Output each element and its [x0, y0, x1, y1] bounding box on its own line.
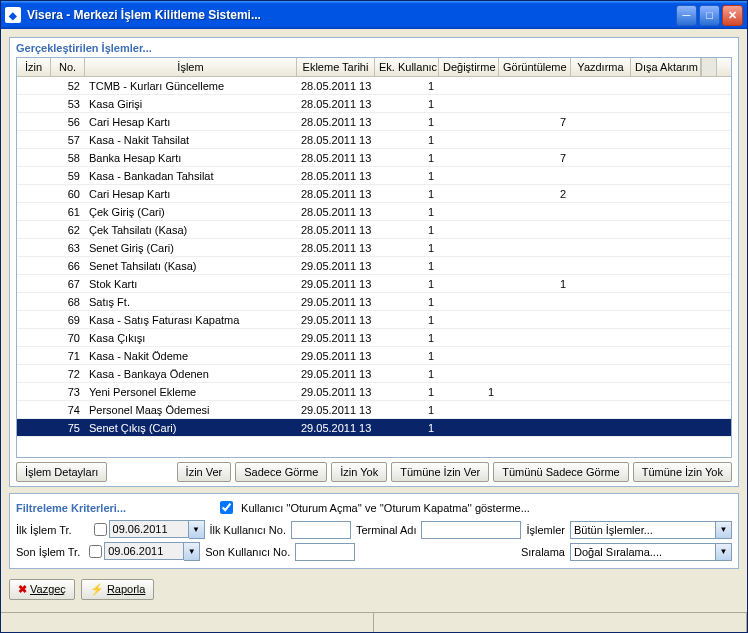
- app-icon: ◆: [5, 7, 21, 23]
- col-header-deg[interactable]: Değiştirme: [439, 58, 499, 76]
- table-row[interactable]: 71Kasa - Nakit Ödeme29.05.2011 131: [17, 347, 731, 365]
- table-row[interactable]: 57Kasa - Nakit Tahsilat28.05.2011 131: [17, 131, 731, 149]
- table-row[interactable]: 70Kasa Çıkışı29.05.2011 131: [17, 329, 731, 347]
- table-row[interactable]: 63Senet Giriş (Cari)28.05.2011 131: [17, 239, 731, 257]
- table-row[interactable]: 74Personel Maaş Ödemesi29.05.2011 131: [17, 401, 731, 419]
- maximize-button[interactable]: □: [699, 5, 720, 26]
- table-row[interactable]: 61Çek Giriş (Cari)28.05.2011 131: [17, 203, 731, 221]
- last-date-dropdown[interactable]: ▼: [184, 542, 200, 561]
- last-date-check[interactable]: [89, 545, 102, 558]
- hide-login-checkbox[interactable]: [220, 501, 233, 514]
- col-header-islem[interactable]: İşlem: [85, 58, 297, 76]
- siralama-dropdown[interactable]: ▼: [716, 543, 732, 561]
- deny-button[interactable]: İzin Yok: [331, 462, 387, 482]
- last-user-input[interactable]: [295, 543, 355, 561]
- last-user-label: Son Kullanıcı No.: [205, 546, 290, 558]
- view-only-button[interactable]: Sadece Görme: [235, 462, 327, 482]
- titlebar: ◆ Visera - Merkezi İşlem Kilitleme Siste…: [1, 1, 747, 29]
- table-row[interactable]: 72Kasa - Bankaya Ödenen29.05.2011 131: [17, 365, 731, 383]
- table-row[interactable]: 69Kasa - Satış Faturası Kapatma29.05.201…: [17, 311, 731, 329]
- filter-title: Filtreleme Kriterleri...: [16, 502, 126, 514]
- table-row[interactable]: 58Banka Hesap Kartı28.05.2011 1317: [17, 149, 731, 167]
- col-header-tarih[interactable]: Ekleme Tarihi: [297, 58, 375, 76]
- allow-all-button[interactable]: Tümüne İzin Ver: [391, 462, 489, 482]
- section-performed-ops-title: Gerçekleştirilen İşlemler...: [16, 42, 732, 54]
- table-row[interactable]: 59Kasa - Bankadan Tahsilat28.05.2011 131: [17, 167, 731, 185]
- detail-button[interactable]: İşlem Detayları: [16, 462, 107, 482]
- table-row[interactable]: 52TCMB - Kurları Güncelleme28.05.2011 13…: [17, 77, 731, 95]
- window: ◆ Visera - Merkezi İşlem Kilitleme Siste…: [0, 0, 748, 633]
- col-header-yaz[interactable]: Yazdırma: [571, 58, 631, 76]
- first-date-input[interactable]: [109, 520, 189, 538]
- grid-header: İzin No. İşlem Ekleme Tarihi Ek. Kullanı…: [17, 58, 731, 77]
- col-header-disa[interactable]: Dışa Aktarım: [631, 58, 701, 76]
- terminal-input[interactable]: [421, 521, 521, 539]
- islemler-label: İşlemler: [526, 524, 565, 536]
- table-row[interactable]: 56Cari Hesap Kartı28.05.2011 1317: [17, 113, 731, 131]
- allow-button[interactable]: İzin Ver: [177, 462, 232, 482]
- table-row[interactable]: 68Satış Ft.29.05.2011 131: [17, 293, 731, 311]
- islemler-dropdown[interactable]: ▼: [716, 521, 732, 539]
- table-row[interactable]: 62Çek Tahsilatı (Kasa)28.05.2011 131: [17, 221, 731, 239]
- view-only-all-button[interactable]: Tümünü Sadece Görme: [493, 462, 628, 482]
- table-row[interactable]: 53Kasa Girişi28.05.2011 131: [17, 95, 731, 113]
- first-date-label: İlk İşlem Tr.: [16, 524, 85, 536]
- cancel-button[interactable]: ✖Vazgeç: [9, 579, 75, 600]
- deny-all-button[interactable]: Tümüne İzin Yok: [633, 462, 732, 482]
- col-header-izin[interactable]: İzin: [17, 58, 51, 76]
- bolt-icon: ⚡: [90, 583, 104, 595]
- table-row[interactable]: 67Stok Kartı29.05.2011 1311: [17, 275, 731, 293]
- siralama-combo[interactable]: [570, 543, 716, 561]
- islemler-combo[interactable]: [570, 521, 716, 539]
- ops-grid: İzin No. İşlem Ekleme Tarihi Ek. Kullanı…: [16, 57, 732, 458]
- first-date-check[interactable]: [94, 523, 107, 536]
- table-row[interactable]: 66Senet Tahsilatı (Kasa)29.05.2011 131: [17, 257, 731, 275]
- col-header-no[interactable]: No.: [51, 58, 85, 76]
- last-date-input[interactable]: [104, 542, 184, 560]
- grid-body[interactable]: 52TCMB - Kurları Güncelleme28.05.2011 13…: [17, 77, 731, 457]
- first-date-dropdown[interactable]: ▼: [189, 520, 205, 539]
- col-header-ek[interactable]: Ek. Kullanıcı: [375, 58, 439, 76]
- terminal-label: Terminal Adı: [356, 524, 417, 536]
- table-row[interactable]: 75Senet Çıkış (Cari)29.05.2011 131: [17, 419, 731, 437]
- last-date-label: Son İşlem Tr.: [16, 546, 80, 558]
- report-button[interactable]: ⚡Raporla: [81, 579, 155, 600]
- x-icon: ✖: [18, 583, 27, 595]
- window-title: Visera - Merkezi İşlem Kilitleme Sistemi…: [27, 8, 676, 22]
- minimize-button[interactable]: ─: [676, 5, 697, 26]
- first-user-input[interactable]: [291, 521, 351, 539]
- first-user-label: İlk Kullanıcı No.: [210, 524, 286, 536]
- siralama-label: Sıralama: [521, 546, 565, 558]
- table-row[interactable]: 60Cari Hesap Kartı28.05.2011 1312: [17, 185, 731, 203]
- close-button[interactable]: ✕: [722, 5, 743, 26]
- status-bar: [1, 612, 747, 632]
- hide-login-label: Kullanıcı ''Oturum Açma'' ve ''Oturum Ka…: [241, 502, 530, 514]
- table-row[interactable]: 73Yeni Personel Ekleme29.05.2011 1311: [17, 383, 731, 401]
- col-header-gor[interactable]: Görüntüleme: [499, 58, 571, 76]
- filter-panel: Filtreleme Kriterleri... Kullanıcı ''Otu…: [9, 493, 739, 569]
